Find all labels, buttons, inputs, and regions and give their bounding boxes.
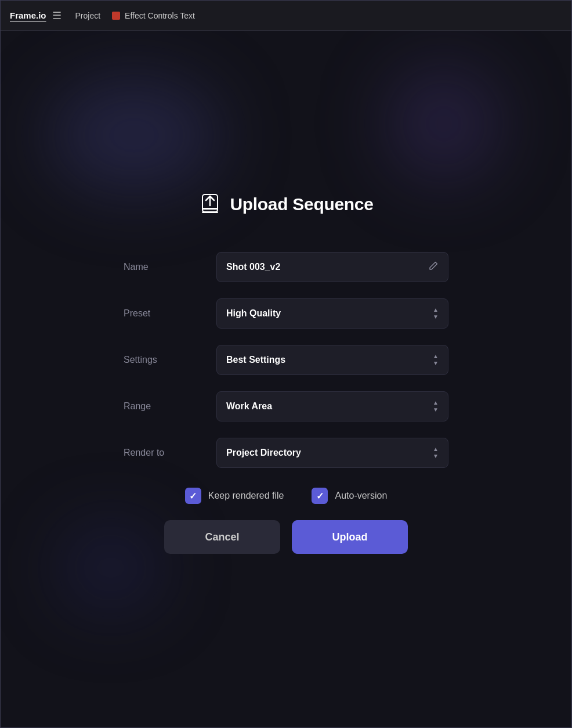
- range-label: Range: [124, 401, 216, 412]
- settings-value: Best Settings: [226, 355, 285, 365]
- settings-spinner[interactable]: ▲ ▼: [433, 354, 439, 366]
- settings-label: Settings: [124, 355, 216, 365]
- dialog-title: Upload Sequence: [230, 194, 373, 214]
- render-to-value: Project Directory: [226, 448, 301, 458]
- range-select[interactable]: Work Area ▲ ▼: [216, 391, 448, 421]
- red-dot-icon: [112, 12, 120, 20]
- range-row: Range Work Area ▲ ▼: [100, 383, 472, 430]
- preset-label: Preset: [124, 308, 216, 319]
- name-row: Name Shot 003_v2: [100, 244, 472, 290]
- preset-select[interactable]: High Quality ▲ ▼: [216, 298, 448, 329]
- auto-version-checkbox[interactable]: ✓: [312, 488, 328, 504]
- check-icon-2: ✓: [316, 491, 324, 502]
- keep-rendered-item: ✓ Keep rendered file: [185, 488, 284, 504]
- form-container: Name Shot 003_v2 Preset High Quality: [100, 244, 472, 476]
- range-value: Work Area: [226, 401, 272, 412]
- preset-spinner[interactable]: ▲ ▼: [433, 307, 439, 320]
- effect-controls-tab[interactable]: Effect Controls Text: [125, 11, 195, 20]
- keep-rendered-label: Keep rendered file: [208, 491, 284, 501]
- project-tab[interactable]: Project: [75, 11, 101, 20]
- checkboxes-row: ✓ Keep rendered file ✓ Auto-version: [185, 488, 388, 504]
- auto-version-item: ✓ Auto-version: [312, 488, 387, 504]
- dialog-title-row: Upload Sequence: [198, 193, 373, 216]
- render-to-label: Render to: [124, 448, 216, 458]
- name-value: Shot 003_v2: [226, 262, 280, 272]
- bg-orb-2: [386, 66, 502, 182]
- check-icon: ✓: [189, 491, 197, 502]
- settings-row: Settings Best Settings ▲ ▼: [100, 337, 472, 383]
- svg-rect-0: [202, 208, 218, 210]
- render-to-select[interactable]: Project Directory ▲ ▼: [216, 438, 448, 468]
- edit-icon[interactable]: [428, 261, 439, 273]
- upload-sequence-icon: [198, 193, 222, 216]
- name-input[interactable]: Shot 003_v2: [216, 252, 448, 282]
- range-spinner[interactable]: ▲ ▼: [433, 400, 439, 413]
- upload-dialog: Upload Sequence Name Shot 003_v2 Preset: [100, 181, 472, 577]
- render-to-row: Render to Project Directory ▲ ▼: [100, 430, 472, 476]
- render-to-spinner[interactable]: ▲ ▼: [433, 446, 439, 459]
- upload-button[interactable]: Upload: [292, 520, 408, 554]
- cancel-button[interactable]: Cancel: [164, 520, 280, 554]
- keep-rendered-checkbox[interactable]: ✓: [185, 488, 201, 504]
- bg-orb-1: [47, 77, 221, 193]
- settings-select[interactable]: Best Settings ▲ ▼: [216, 345, 448, 375]
- title-bar: Frame.io ☰ Project Effect Controls Text: [1, 1, 571, 31]
- menu-icon[interactable]: ☰: [52, 9, 61, 22]
- auto-version-label: Auto-version: [335, 491, 387, 501]
- main-content: Upload Sequence Name Shot 003_v2 Preset: [1, 31, 571, 727]
- frameio-logo[interactable]: Frame.io: [10, 10, 46, 20]
- preset-row: Preset High Quality ▲ ▼: [100, 290, 472, 337]
- preset-value: High Quality: [226, 308, 281, 319]
- buttons-row: Cancel Upload: [164, 520, 408, 554]
- name-label: Name: [124, 262, 216, 272]
